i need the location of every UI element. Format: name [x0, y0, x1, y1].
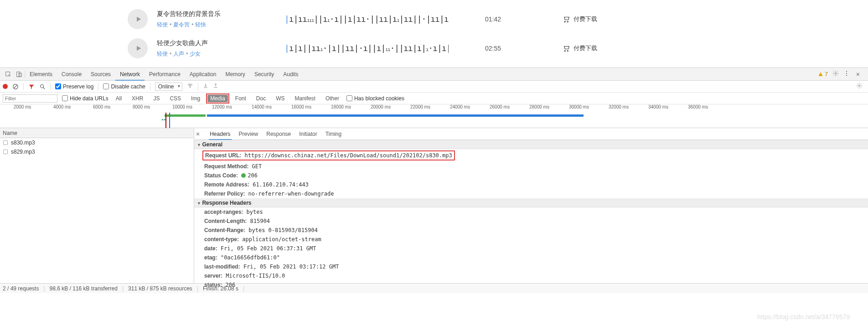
- track-tags: 轻便•夏令营•轻快: [157, 21, 284, 29]
- tag-link[interactable]: 夏令营: [173, 21, 190, 28]
- header-row: etag: "0ac16656dfbd61:0": [194, 253, 868, 262]
- download-button[interactable]: 付费下载: [563, 44, 597, 52]
- timeline-tick: 34000 ms: [648, 104, 668, 109]
- tag-link[interactable]: 轻便: [157, 51, 168, 57]
- import-icon[interactable]: [203, 83, 208, 90]
- timeline-marker: [169, 113, 170, 128]
- type-media[interactable]: Media: [207, 95, 228, 102]
- value: Fri, 05 Feb 2021 06:37:31 GMT: [221, 245, 316, 252]
- hide-data-urls-checkbox[interactable]: Hide data URLs: [62, 95, 108, 102]
- type-font[interactable]: Font: [232, 95, 249, 102]
- separator: [98, 83, 98, 90]
- tab-security[interactable]: Security: [250, 68, 279, 81]
- timeline-tick: 12000 ms: [212, 104, 232, 109]
- type-doc[interactable]: Doc: [253, 95, 269, 102]
- name-column-header[interactable]: Name: [0, 128, 194, 138]
- tag-link[interactable]: 人声: [173, 51, 184, 57]
- type-img[interactable]: Img: [188, 95, 203, 102]
- tab-console[interactable]: Console: [57, 68, 86, 81]
- close-icon[interactable]: ×: [854, 71, 862, 78]
- timeline-tick: 4000 ms: [53, 104, 71, 109]
- label: Content-Range:: [204, 227, 245, 233]
- has-blocked-checkbox[interactable]: Has blocked cookies: [346, 95, 404, 102]
- settings-icon[interactable]: [832, 70, 839, 78]
- filter-icon[interactable]: [28, 83, 35, 90]
- download-button[interactable]: 付费下载: [563, 15, 597, 23]
- preserve-log-checkbox[interactable]: Preserve log: [55, 83, 93, 90]
- type-other[interactable]: Other: [323, 95, 342, 102]
- tab-sources[interactable]: Sources: [86, 68, 115, 81]
- record-button[interactable]: [3, 84, 8, 89]
- header-row: content-type: application/octet-stream: [194, 235, 868, 244]
- type-manifest[interactable]: Manifest: [292, 95, 318, 102]
- tab-memory[interactable]: Memory: [221, 68, 250, 81]
- play-button[interactable]: [128, 9, 148, 29]
- tag-link[interactable]: 轻快: [195, 21, 206, 28]
- label: Content-Length:: [204, 218, 247, 224]
- waveform[interactable]: |ı|ı||ııı·|ı||ıı|·ı||ı|ıı·||ıı|ı|ı·ı|ı||…: [284, 41, 449, 55]
- export-icon[interactable]: [213, 83, 218, 90]
- detail-tab-headers[interactable]: Headers: [209, 128, 231, 140]
- type-all[interactable]: All: [113, 95, 124, 102]
- response-headers-section-header[interactable]: Response Headers: [194, 198, 868, 207]
- tag-link[interactable]: 轻便: [157, 21, 168, 28]
- label: date:: [204, 245, 217, 252]
- timeline-tick: 26000 ms: [490, 104, 510, 109]
- tab-elements[interactable]: Elements: [25, 68, 57, 81]
- detail-tab-initiator[interactable]: Initiator: [298, 128, 318, 140]
- type-ws[interactable]: WS: [273, 95, 287, 102]
- filter-input[interactable]: [3, 94, 57, 103]
- timeline-tick: 10000 ms: [172, 104, 192, 109]
- timeline-marker: [165, 113, 166, 128]
- tab-audits[interactable]: Audits: [279, 68, 303, 81]
- network-split: Name s830.mp3 s829.mp3 × Headers Preview…: [0, 128, 868, 283]
- value: Fri, 05 Feb 2021 03:17:12 GMT: [243, 264, 339, 270]
- timeline[interactable]: 2000 ms4000 ms6000 ms8000 ms10000 ms1200…: [0, 104, 868, 128]
- timeline-tick: 32000 ms: [609, 104, 629, 109]
- disable-cache-checkbox[interactable]: Disable cache: [103, 83, 145, 90]
- search-icon[interactable]: [39, 83, 46, 90]
- waveform[interactable]: |ı|ııııı||ıı·ı||ı|ıı·||ıı|ıı|ıı||·|ıı|ıı…: [284, 12, 449, 26]
- clear-icon[interactable]: [12, 83, 19, 90]
- detail-tab-response[interactable]: Response: [265, 128, 292, 140]
- value: 61.160.210.74:443: [253, 181, 309, 188]
- svg-point-6: [846, 75, 847, 76]
- type-css[interactable]: CSS: [167, 95, 184, 102]
- throttle-select[interactable]: Online: [155, 83, 183, 91]
- timeline-tick: 30000 ms: [569, 104, 589, 109]
- detail-tab-preview[interactable]: Preview: [238, 128, 259, 140]
- status-requests: 2 / 49 requests: [3, 285, 39, 292]
- svg-rect-12: [4, 150, 8, 154]
- svg-point-8: [41, 84, 44, 88]
- play-button[interactable]: [128, 38, 148, 58]
- close-detail-icon[interactable]: ×: [196, 130, 200, 138]
- timeline-tick: 36000 ms: [688, 104, 708, 109]
- track-info: 轻便少女歌曲人声 轻便•人声•少女: [157, 39, 284, 58]
- tab-application[interactable]: Application: [185, 68, 221, 81]
- general-section-header[interactable]: General: [194, 140, 868, 149]
- request-row[interactable]: s830.mp3: [0, 138, 194, 147]
- svg-point-3: [835, 72, 837, 74]
- device-toggle-icon[interactable]: [16, 71, 23, 78]
- timeline-tick: 2000 ms: [14, 104, 31, 109]
- type-xhr[interactable]: XHR: [129, 95, 146, 102]
- request-row[interactable]: s829.mp3: [0, 147, 194, 156]
- timeline-tick: 22000 ms: [410, 104, 430, 109]
- tag-link[interactable]: 少女: [190, 51, 201, 57]
- track-info: 夏令营轻便的背景音乐 轻便•夏令营•轻快: [157, 10, 284, 29]
- inspect-icon[interactable]: [5, 71, 12, 78]
- track-title[interactable]: 轻便少女歌曲人声: [157, 39, 284, 47]
- more-icon[interactable]: [843, 70, 850, 78]
- network-settings-icon[interactable]: [856, 83, 863, 90]
- timeline-event: [164, 119, 165, 120]
- track-title[interactable]: 夏令营轻便的背景音乐: [157, 10, 284, 18]
- header-row: Content-Range: bytes 0-815903/815904: [194, 226, 868, 235]
- detail-tab-timing[interactable]: Timing: [325, 128, 343, 140]
- download-label: 付费下载: [574, 44, 597, 52]
- tab-network[interactable]: Network: [115, 68, 145, 81]
- tab-performance[interactable]: Performance: [145, 68, 185, 81]
- warnings-badge[interactable]: 7: [818, 71, 828, 78]
- wifi-icon[interactable]: [187, 83, 193, 90]
- type-js[interactable]: JS: [150, 95, 162, 102]
- value: 815904: [250, 218, 270, 224]
